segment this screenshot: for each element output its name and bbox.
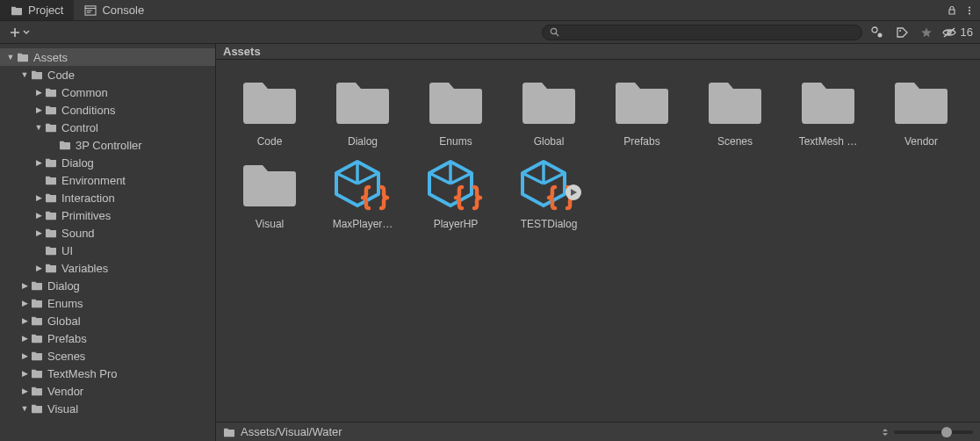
- chevron-right-icon[interactable]: ▶: [19, 387, 30, 395]
- asset-folder[interactable]: Vendor: [880, 76, 962, 148]
- tree-item[interactable]: ▼Code: [0, 66, 215, 83]
- chevron-right-icon[interactable]: ▶: [19, 299, 30, 307]
- asset-folder[interactable]: Enums: [414, 76, 497, 148]
- tree-item[interactable]: ▶Variables: [0, 259, 215, 277]
- asset-folder[interactable]: Visual: [228, 158, 311, 230]
- svg-point-4: [969, 6, 970, 8]
- collapse-icon[interactable]: [882, 428, 889, 437]
- content-header-label: Assets: [223, 45, 261, 58]
- tree-item[interactable]: ▶Dialog: [0, 154, 215, 171]
- chevron-down-icon[interactable]: ▼: [5, 53, 16, 61]
- folder-icon: [44, 228, 58, 238]
- tree-item-label: Common: [61, 86, 108, 99]
- svg-point-6: [969, 12, 970, 14]
- asset-scriptable-object[interactable]: PlayerHP: [414, 158, 497, 230]
- tree-item[interactable]: ▶Common: [0, 83, 215, 101]
- asset-scriptable-object[interactable]: TESTDialog: [508, 158, 590, 230]
- asset-footer: Assets/Visual/Water: [216, 422, 980, 441]
- asset-label: Code: [228, 135, 311, 148]
- star-icon: [16, 44, 30, 46]
- tree-item[interactable]: ▶Vendor: [0, 382, 215, 400]
- folder-icon: [44, 175, 58, 185]
- folder-icon: [44, 122, 58, 133]
- slider-handle[interactable]: [941, 427, 952, 437]
- folder-icon: [796, 76, 860, 130]
- tree-item[interactable]: ▶Global: [0, 312, 215, 329]
- asset-scriptable-object[interactable]: MaxPlayer…: [321, 158, 404, 230]
- chevron-down-icon: [23, 29, 30, 36]
- asset-label: Global: [508, 135, 590, 148]
- tree-item[interactable]: ▶Primitives: [0, 206, 215, 224]
- tab-project[interactable]: Project: [0, 0, 74, 20]
- folder-icon: [424, 76, 487, 130]
- filter-by-type-button[interactable]: [868, 23, 887, 42]
- tab-label: Project: [28, 4, 63, 17]
- tree-item[interactable]: 3P Controller: [0, 136, 215, 154]
- create-button[interactable]: [5, 26, 33, 39]
- console-icon: [84, 5, 97, 16]
- tree-item[interactable]: ▶Conditions: [0, 101, 215, 119]
- chevron-right-icon[interactable]: ▶: [33, 228, 44, 237]
- chevron-right-icon[interactable]: ▶: [33, 211, 44, 220]
- svg-point-10: [878, 33, 883, 38]
- svg-line-8: [556, 33, 558, 36]
- asset-folder[interactable]: TextMesh …: [787, 76, 869, 148]
- favorite-button[interactable]: [917, 23, 936, 42]
- tree-item[interactable]: ▶Sound: [0, 224, 215, 242]
- chevron-right-icon[interactable]: ▶: [19, 281, 30, 290]
- tree-item-label: Sound: [61, 227, 95, 240]
- tree-item[interactable]: ▶Prefabs: [0, 329, 215, 347]
- tree-item-label: Conditions: [61, 104, 115, 117]
- hidden-items-toggle[interactable]: 16: [941, 25, 975, 39]
- asset-grid: CodeDialogEnumsGlobalPrefabsScenesTextMe…: [228, 76, 968, 230]
- tree-item[interactable]: Environment: [0, 171, 215, 189]
- search-box[interactable]: [542, 25, 862, 40]
- chevron-right-icon[interactable]: ▶: [33, 105, 44, 114]
- chevron-down-icon[interactable]: ▼: [19, 404, 30, 413]
- asset-label: MaxPlayer…: [321, 218, 404, 230]
- context-menu-icon[interactable]: [964, 5, 975, 16]
- tab-console[interactable]: Console: [74, 0, 155, 20]
- tree-item[interactable]: ▼Visual: [0, 400, 215, 417]
- tree-item[interactable]: ▶Enums: [0, 294, 215, 312]
- tree-item-label: Variables: [61, 262, 108, 275]
- svg-point-9: [872, 27, 877, 33]
- search-input[interactable]: [565, 26, 854, 39]
- tree-item[interactable]: ▶Interaction: [0, 189, 215, 206]
- chevron-right-icon[interactable]: ▶: [33, 264, 44, 272]
- chevron-right-icon[interactable]: ▶: [33, 88, 44, 97]
- filter-by-label-button[interactable]: [892, 23, 912, 42]
- asset-folder[interactable]: Code: [228, 76, 311, 148]
- chevron-down-icon[interactable]: ▼: [19, 70, 30, 79]
- folder-icon: [30, 333, 44, 343]
- chevron-right-icon[interactable]: ▶: [19, 369, 30, 378]
- tree-item[interactable]: UI: [0, 242, 215, 259]
- svg-point-7: [551, 28, 556, 33]
- folder-icon: [44, 210, 58, 220]
- tree-item[interactable]: ▼Assets: [0, 48, 215, 66]
- chevron-right-icon[interactable]: ▶: [33, 158, 44, 167]
- thumbnail-size-slider[interactable]: [894, 430, 973, 434]
- tree-item-label: Enums: [47, 297, 83, 310]
- tree-item[interactable]: ▶Dialog: [0, 277, 215, 294]
- chevron-right-icon[interactable]: ▶: [19, 334, 30, 343]
- folder-icon: [44, 87, 58, 98]
- tab-label: Console: [102, 4, 144, 17]
- tree-item[interactable]: ▶TextMesh Pro: [0, 365, 215, 382]
- folder-icon: [30, 351, 44, 361]
- asset-folder[interactable]: Global: [508, 76, 590, 148]
- asset-folder[interactable]: Scenes: [694, 76, 776, 148]
- tree-item[interactable]: ▼Control: [0, 119, 215, 136]
- lock-icon[interactable]: [947, 5, 957, 16]
- asset-label: PlayerHP: [414, 218, 497, 230]
- chevron-right-icon[interactable]: ▶: [19, 351, 30, 360]
- tree-item-label: Assets: [33, 51, 68, 64]
- folder-icon: [703, 76, 767, 130]
- chevron-right-icon[interactable]: ▶: [19, 316, 30, 325]
- asset-folder[interactable]: Dialog: [321, 76, 404, 148]
- asset-folder[interactable]: Prefabs: [601, 76, 683, 148]
- tree-item[interactable]: ▶Scenes: [0, 347, 215, 365]
- folder-icon: [30, 368, 44, 379]
- chevron-right-icon[interactable]: ▶: [33, 193, 44, 202]
- chevron-down-icon[interactable]: ▼: [33, 123, 44, 132]
